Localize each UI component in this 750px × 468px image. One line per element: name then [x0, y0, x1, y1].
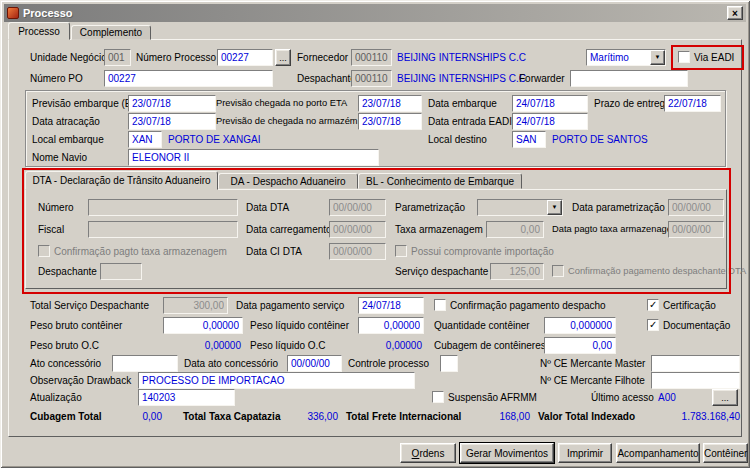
dta-confirmacao-pag-despachante-label: Confirmação pagamento despachante DTA	[568, 263, 746, 280]
modal-select[interactable]: Marítimo ▼	[586, 49, 666, 66]
prazo-entrega-field[interactable]	[664, 95, 721, 112]
ce-mercante-master-field[interactable]	[651, 355, 740, 372]
local-embarque-name-text: PORTO DE XANGAI	[168, 131, 260, 148]
unidade-negocio-field	[104, 49, 131, 66]
peso-bruto-oc-label: Peso bruto O.C	[30, 337, 99, 354]
suspensao-afrmm-label: Suspensão AFRMM	[448, 389, 537, 406]
imprimir-button[interactable]: Imprimir	[558, 443, 612, 463]
acompanhamento-button-label: Acompanhamento	[617, 448, 699, 459]
data-atracacao-label: Data atracação	[32, 113, 100, 130]
ultimo-acesso-browse-button[interactable]: ...	[712, 389, 738, 406]
app-icon	[7, 7, 19, 19]
forwarder-field[interactable]	[570, 70, 688, 87]
local-embarque-code-field[interactable]	[128, 131, 162, 148]
dta-data-parametrizacao-field	[668, 199, 724, 216]
data-ato-concessorio-field[interactable]	[287, 355, 342, 372]
documentacao-checkbox[interactable]: ✓	[647, 319, 659, 331]
data-entrada-eadi-field[interactable]	[512, 113, 588, 130]
valor-total-indexado-value: 1.783.168,40	[648, 408, 740, 425]
unidade-negocio-label: Unidade Negócio	[30, 49, 107, 66]
numero-processo-browse-button[interactable]: ...	[275, 49, 291, 66]
fornecedor-code-field	[351, 49, 392, 66]
numero-po-label: Número PO	[30, 70, 83, 87]
data-embarque-label: Data embarque	[428, 95, 497, 112]
close-button[interactable]: ×	[727, 6, 743, 20]
dta-despachante-field	[100, 263, 142, 280]
tab-da[interactable]: DA - Despacho Aduaneiro	[218, 173, 358, 189]
dta-parametrizacao-select: ▼	[477, 199, 563, 216]
previsao-chegada-armazem-field[interactable]	[358, 113, 422, 130]
imprimir-button-label: Imprimir	[559, 448, 611, 459]
peso-bruto-conteiner-field[interactable]	[163, 317, 243, 334]
previsao-embarque-etd-field[interactable]	[128, 95, 216, 112]
certificacao-checkbox[interactable]: ✓	[647, 299, 659, 311]
peso-bruto-oc-value: 0,00000	[163, 337, 241, 354]
quantidade-conteiner-label: Quantidade contêiner	[434, 317, 530, 334]
local-destino-label: Local destino	[428, 131, 487, 148]
cubagem-conteineres-label: Cubagem de contêineres	[434, 337, 546, 354]
gerar-movimentos-button[interactable]: Gerar Movimentos	[460, 443, 554, 463]
suspensao-afrmm-checkbox[interactable]: ✓	[432, 391, 444, 403]
nome-navio-label: Nome Navio	[32, 149, 87, 166]
data-pagamento-servico-field[interactable]	[358, 297, 424, 314]
total-frete-internacional-label: Total Frete Internacional	[346, 408, 461, 425]
tab-processo[interactable]: Processo	[8, 22, 70, 40]
dta-confirmacao-pagto-taxa-label: Confirmação pagto taxa armazenagem	[54, 243, 227, 260]
local-embarque-label: Local embarque	[32, 131, 104, 148]
atualizacao-field[interactable]	[138, 389, 235, 406]
tab-bl[interactable]: BL - Conhecimento de Embarque	[358, 173, 522, 189]
despachante-name-text: BEIJING INTERNSHIPS C.C	[397, 70, 526, 87]
documentacao-label: Documentação	[663, 317, 730, 334]
ce-mercante-filhote-field[interactable]	[651, 372, 740, 389]
controle-processo-field[interactable]	[440, 355, 458, 372]
dta-taxa-armazenagem-field	[486, 221, 544, 238]
dta-confirmacao-pag-despachante-checkbox: ✓	[552, 265, 564, 277]
tab-dta[interactable]: DTA - Declaração de Trânsito Aduaneiro	[25, 171, 218, 190]
chevron-down-icon: ▼	[547, 200, 562, 215]
numero-processo-field[interactable]	[217, 49, 273, 66]
ato-concessorio-label: Ato concessório	[30, 355, 101, 372]
dta-numero-field	[88, 199, 238, 216]
data-embarque-field[interactable]	[512, 95, 588, 112]
chevron-down-icon[interactable]: ▼	[650, 50, 665, 65]
data-atracacao-field[interactable]	[128, 113, 216, 130]
dta-fiscal-label: Fiscal	[38, 221, 64, 238]
data-pagamento-servico-label: Data pagamento serviço	[236, 297, 344, 314]
dta-possui-comprovante-label: Possui comprovante importação	[411, 243, 554, 260]
total-servico-despachante-field	[163, 297, 228, 314]
quantidade-conteiner-field[interactable]	[544, 317, 616, 334]
numero-po-field[interactable]	[104, 70, 273, 87]
total-frete-internacional-value: 168,00	[478, 408, 530, 425]
conteiner-button[interactable]: Contêiner	[703, 443, 748, 463]
peso-liquido-conteiner-field[interactable]	[358, 317, 424, 334]
fornecedor-name-text: BEIJING INTERNSHIPS C.C	[397, 49, 526, 66]
previsao-chegada-porto-eta-label: Previsão chegada no porto ETA	[216, 95, 347, 112]
tab-complemento[interactable]: Complemento	[71, 25, 151, 40]
ato-concessorio-field[interactable]	[112, 355, 178, 372]
dta-possui-comprovante-checkbox: ✓	[395, 245, 407, 257]
local-destino-name-text: PORTO DE SANTOS	[552, 131, 648, 148]
dta-data-parametrizacao-label: Data parametrização	[572, 199, 665, 216]
despachante-label: Despachante	[297, 70, 356, 87]
total-taxa-capatazia-value: 336,00	[289, 408, 338, 425]
cubagem-conteineres-field[interactable]	[544, 337, 616, 354]
dta-data-carregamento-field	[329, 221, 386, 238]
ordens-button[interactable]: Ordens	[400, 443, 456, 463]
ce-mercante-master-label: Nº CE Mercante Master	[540, 355, 645, 372]
ce-mercante-filhote-label: Nº CE Mercante Filhote	[540, 372, 645, 389]
dta-data-dta-field	[329, 199, 386, 216]
fornecedor-label: Fornecedor	[297, 49, 348, 66]
observacao-drawback-field[interactable]	[138, 372, 415, 389]
previsao-chegada-porto-eta-field[interactable]	[358, 95, 422, 112]
dta-data-pagto-taxa-field	[668, 221, 724, 238]
local-destino-code-field[interactable]	[512, 131, 546, 148]
window-title: Processo	[23, 7, 723, 19]
nome-navio-field[interactable]	[128, 149, 379, 166]
dta-despachante-label: Despachante	[38, 263, 97, 280]
confirmacao-pagamento-despacho-label: Confirmação pagamento despacho	[450, 297, 606, 314]
confirmacao-pagamento-despacho-checkbox[interactable]: ✓	[434, 299, 446, 311]
via-eadi-checkbox[interactable]: ✓	[678, 51, 690, 63]
acompanhamento-button[interactable]: Acompanhamento	[616, 443, 700, 463]
ultimo-acesso-value: A00	[658, 389, 676, 406]
numero-processo-label: Número Processo	[136, 49, 216, 66]
